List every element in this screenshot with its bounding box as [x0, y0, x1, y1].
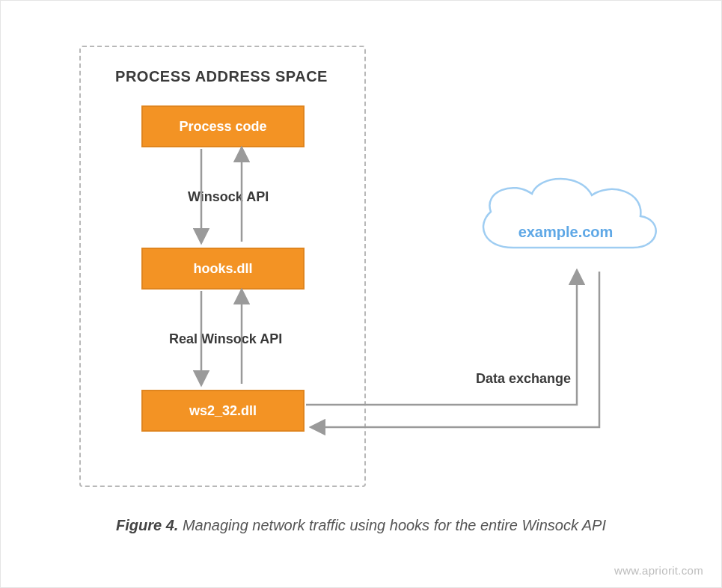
node-process-code: Process code [141, 105, 305, 147]
figure-caption-text: Managing network traffic using hooks for… [178, 517, 606, 533]
section-title: PROCESS ADDRESS SPACE [105, 68, 337, 85]
watermark: www.apriorit.com [614, 564, 703, 577]
node-label: Process code [179, 119, 266, 135]
cloud-example-com: example.com [461, 165, 670, 270]
node-label: ws2_32.dll [189, 403, 257, 419]
edge-label-winsock-api: Winsock API [188, 189, 269, 205]
edge-label-data-exchange: Data exchange [476, 371, 571, 387]
edge-label-real-winsock-api: Real Winsock API [169, 331, 282, 347]
node-ws2-32-dll: ws2_32.dll [141, 390, 305, 432]
node-label: hooks.dll [193, 261, 252, 277]
cloud-icon [461, 165, 670, 270]
figure-caption: Figure 4. Managing network traffic using… [1, 517, 721, 534]
node-hooks-dll: hooks.dll [141, 248, 305, 290]
cloud-host-label: example.com [461, 224, 670, 241]
figure-caption-prefix: Figure 4. [116, 517, 178, 533]
figure-inner: PROCESS ADDRESS SPACE Process code hooks… [31, 16, 693, 539]
figure-canvas: PROCESS ADDRESS SPACE Process code hooks… [0, 0, 722, 588]
